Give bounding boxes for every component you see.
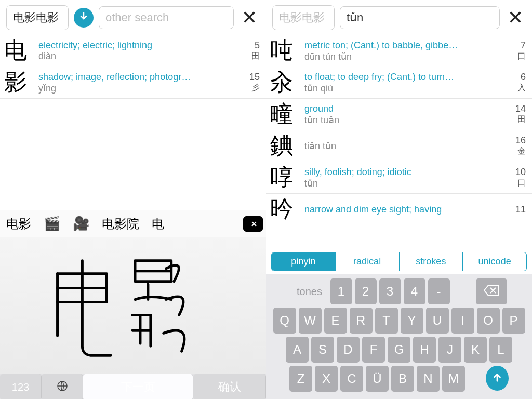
letter-key[interactable]: Q bbox=[273, 308, 296, 334]
left-results: 电 electricity; electric; lightning diàn … bbox=[0, 35, 266, 210]
hanzi-search-input[interactable]: 电影电影 bbox=[6, 5, 69, 30]
submit-up-button[interactable] bbox=[486, 366, 509, 391]
left-searchbar: 电影电影 other search ✕ bbox=[0, 0, 266, 35]
letter-key[interactable]: K bbox=[464, 337, 487, 363]
letter-key[interactable]: S bbox=[311, 337, 334, 363]
letter-key[interactable]: H bbox=[413, 337, 436, 363]
result-gloss: silly, foolish; doting; idiotic bbox=[304, 167, 505, 178]
result-row[interactable]: 吨 metric ton; (Cant.) to babble, gibbe…d… bbox=[266, 35, 532, 67]
tone-key[interactable]: 3 bbox=[379, 278, 401, 304]
backspace-icon bbox=[484, 284, 499, 299]
backspace-button[interactable] bbox=[243, 216, 263, 232]
result-row[interactable]: 錪 tiǎn tǔn 16金 bbox=[266, 130, 532, 162]
numeric-key[interactable]: 123 bbox=[0, 374, 42, 399]
letter-key[interactable]: P bbox=[502, 308, 525, 334]
letter-key[interactable]: B bbox=[391, 366, 414, 392]
result-radical: 口 bbox=[509, 178, 526, 189]
result-strokes: 16 bbox=[509, 135, 526, 146]
letter-key[interactable]: Ü bbox=[366, 366, 389, 392]
seg-unicode[interactable]: unicode bbox=[463, 252, 526, 271]
result-radical: 金 bbox=[509, 146, 526, 157]
tone-key[interactable]: 4 bbox=[404, 278, 425, 304]
result-strokes: 11 bbox=[509, 204, 526, 215]
result-radical: 田 bbox=[509, 114, 526, 125]
result-hanzi: 啍 bbox=[270, 166, 301, 189]
result-row[interactable]: 汆 to float; to deep fry; (Cant.) to turn… bbox=[266, 67, 532, 99]
candidate[interactable]: 🎬 bbox=[41, 214, 63, 234]
result-strokes: 15 bbox=[243, 72, 260, 83]
result-hanzi: 电 bbox=[4, 39, 35, 62]
handwriting-bottom-bar: 123 下一页 确认 bbox=[0, 374, 266, 399]
letter-key[interactable]: Z bbox=[289, 366, 312, 392]
letter-key[interactable]: J bbox=[438, 337, 461, 363]
result-strokes: 14 bbox=[509, 103, 526, 114]
seg-pinyin[interactable]: pinyin bbox=[272, 252, 336, 271]
handwriting-canvas[interactable] bbox=[0, 237, 266, 374]
close-button[interactable]: ✕ bbox=[239, 7, 260, 28]
result-gloss: metric ton; (Cant.) to babble, gibbe… bbox=[304, 40, 505, 51]
result-row[interactable]: 电 electricity; electric; lightning diàn … bbox=[0, 35, 266, 67]
result-pinyin: tiǎn tǔn bbox=[304, 140, 505, 152]
result-gloss: ground bbox=[304, 103, 505, 114]
tones-label: tones bbox=[291, 278, 328, 304]
tone-key[interactable]: 1 bbox=[330, 278, 352, 304]
seg-strokes[interactable]: strokes bbox=[400, 252, 463, 271]
handwriting-candidate-bar: 电影 🎬 🎥 电影院 电 bbox=[0, 210, 266, 237]
next-page-key[interactable]: 下一页 bbox=[83, 374, 193, 399]
candidate[interactable]: 电影院 bbox=[99, 214, 142, 234]
result-gloss: shadow; image, reflection; photogr… bbox=[38, 72, 239, 83]
candidate[interactable]: 🎥 bbox=[70, 214, 92, 234]
letter-key[interactable]: I bbox=[451, 308, 474, 334]
candidate[interactable]: 电影 bbox=[3, 214, 34, 234]
candidate[interactable]: 电 bbox=[149, 214, 167, 234]
hanzi-search-input[interactable]: 电影电影 bbox=[272, 5, 335, 30]
tone-key[interactable]: - bbox=[428, 278, 450, 304]
letter-key[interactable]: N bbox=[417, 366, 440, 392]
result-pinyin: yǐng bbox=[38, 83, 239, 94]
letter-key[interactable]: U bbox=[426, 308, 449, 334]
result-row[interactable]: 影 shadow; image, reflection; photogr… yǐ… bbox=[0, 67, 266, 99]
close-button[interactable]: ✕ bbox=[505, 7, 526, 28]
right-panel: 电影电影 tǔn ✕ 吨 metric ton; (Cant.) to babb… bbox=[266, 0, 532, 399]
insert-down-button[interactable] bbox=[74, 8, 94, 28]
close-icon: ✕ bbox=[242, 7, 257, 29]
letter-key[interactable]: L bbox=[489, 337, 512, 363]
result-row[interactable]: 啍 silly, foolish; doting; idiotictǔn 10口 bbox=[266, 162, 532, 194]
other-search-input[interactable]: tǔn bbox=[340, 6, 500, 29]
globe-icon bbox=[56, 380, 69, 395]
letter-key[interactable]: W bbox=[299, 308, 322, 334]
result-radical: 口 bbox=[509, 51, 526, 62]
letter-key[interactable]: T bbox=[375, 308, 398, 334]
right-results: 吨 metric ton; (Cant.) to babble, gibbe…d… bbox=[266, 35, 532, 248]
result-row[interactable]: 疃 groundtǔn tuǎn 14田 bbox=[266, 99, 532, 130]
result-hanzi: 吨 bbox=[270, 39, 301, 62]
other-search-input[interactable]: other search bbox=[99, 6, 234, 29]
tone-key[interactable]: 2 bbox=[355, 278, 377, 304]
result-strokes: 7 bbox=[509, 40, 526, 51]
result-hanzi: 疃 bbox=[270, 103, 301, 126]
letter-key[interactable]: M bbox=[442, 366, 465, 392]
backspace-icon bbox=[247, 217, 259, 231]
letter-key[interactable]: C bbox=[340, 366, 363, 392]
confirm-key[interactable]: 确认 bbox=[193, 374, 266, 399]
result-pinyin: tǔn qiú bbox=[304, 83, 505, 94]
letter-key[interactable]: D bbox=[337, 337, 360, 363]
letter-key[interactable]: F bbox=[362, 337, 385, 363]
letter-key[interactable]: X bbox=[315, 366, 338, 392]
seg-radical[interactable]: radical bbox=[336, 252, 400, 271]
letter-key[interactable]: E bbox=[324, 308, 347, 334]
letter-key[interactable]: R bbox=[350, 308, 373, 334]
result-hanzi: 昑 bbox=[270, 198, 301, 221]
result-row[interactable]: 昑 narrow and dim eye sight; having 11 bbox=[266, 194, 532, 225]
segment-wrap: pinyin radical strokes unicode bbox=[266, 248, 532, 274]
close-icon: ✕ bbox=[508, 7, 523, 29]
globe-key[interactable] bbox=[42, 374, 83, 399]
result-strokes: 5 bbox=[243, 40, 260, 51]
letter-key[interactable]: O bbox=[477, 308, 500, 334]
arrow-down-icon bbox=[78, 11, 89, 24]
letter-key[interactable]: A bbox=[286, 337, 309, 363]
result-gloss: narrow and dim eye sight; having bbox=[304, 204, 505, 215]
backspace-key[interactable] bbox=[476, 278, 507, 304]
letter-key[interactable]: G bbox=[388, 337, 410, 363]
letter-key[interactable]: Y bbox=[401, 308, 423, 334]
